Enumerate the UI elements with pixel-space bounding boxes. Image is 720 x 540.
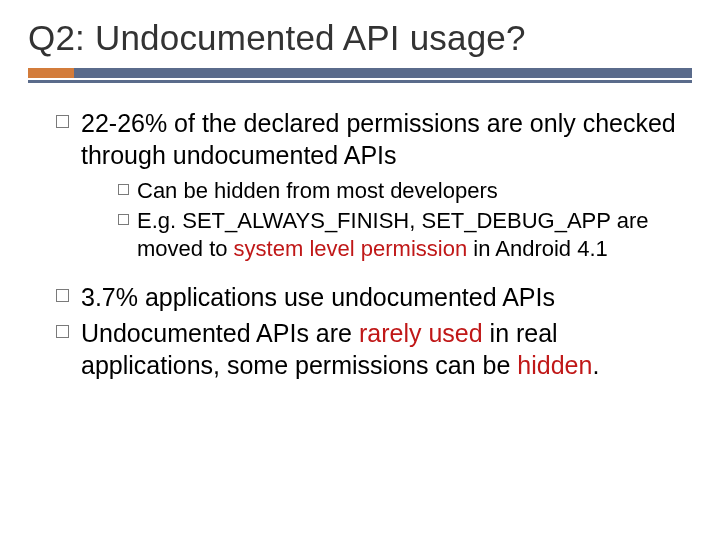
text-run: in Android 4.1 [467, 236, 608, 261]
square-bullet-icon [118, 184, 129, 195]
bullet-text: 22-26% of the declared permissions are o… [81, 107, 678, 171]
square-bullet-icon [56, 325, 69, 338]
emphasized-text: system level permission [234, 236, 468, 261]
bullet-item: Undocumented APIs are rarely used in rea… [56, 317, 678, 381]
sub-bullet-text: Can be hidden from most developers [137, 177, 498, 205]
text-run: . [592, 351, 599, 379]
emphasized-text: rarely used [359, 319, 483, 347]
bullet-item: 3.7% applications use undocumented APIs [56, 281, 678, 313]
bullet-item: 22-26% of the declared permissions are o… [56, 107, 678, 171]
sub-bullet-text: E.g. SET_ALWAYS_FINISH, SET_DEBUG_APP ar… [137, 207, 678, 263]
square-bullet-icon [56, 115, 69, 128]
sub-list: Can be hidden from most developers E.g. … [118, 177, 678, 263]
emphasized-text: hidden [517, 351, 592, 379]
bullet-text: Undocumented APIs are rarely used in rea… [81, 317, 678, 381]
square-bullet-icon [56, 289, 69, 302]
bullet-text: 3.7% applications use undocumented APIs [81, 281, 555, 313]
slide-title: Q2: Undocumented API usage? [28, 18, 692, 58]
text-run: Undocumented APIs are [81, 319, 359, 347]
sub-bullet-item: Can be hidden from most developers [118, 177, 678, 205]
slide-body: 22-26% of the declared permissions are o… [28, 107, 692, 381]
square-bullet-icon [118, 214, 129, 225]
slide: Q2: Undocumented API usage? 22-26% of th… [0, 0, 720, 540]
sub-bullet-item: E.g. SET_ALWAYS_FINISH, SET_DEBUG_APP ar… [118, 207, 678, 263]
title-divider [28, 68, 692, 83]
